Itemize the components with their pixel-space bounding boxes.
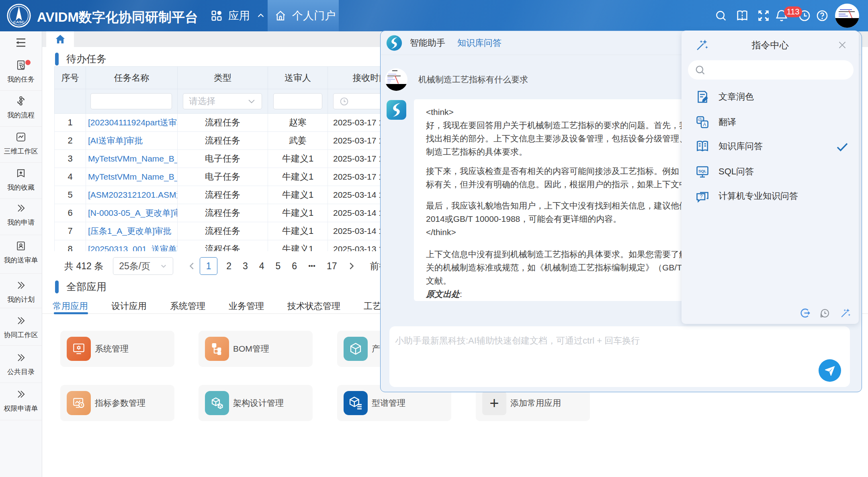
svg-text:SQL: SQL xyxy=(698,169,706,173)
svg-text:A: A xyxy=(703,122,706,127)
svg-text:?: ? xyxy=(700,194,703,199)
